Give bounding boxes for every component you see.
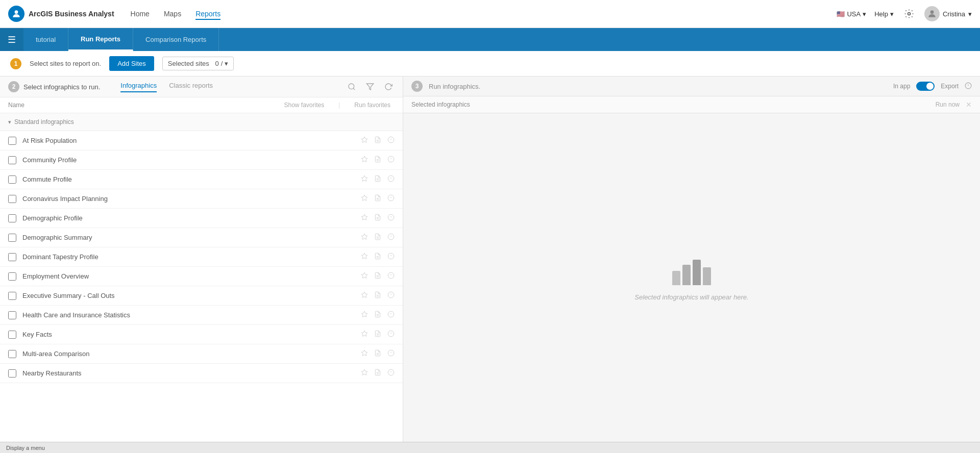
- item-info-icon-5[interactable]: [387, 233, 395, 242]
- user-icon: [927, 9, 937, 19]
- item-checkbox-3[interactable]: [8, 195, 16, 203]
- info-icon: [965, 82, 972, 89]
- item-info-icon-8[interactable]: [387, 291, 395, 300]
- item-star-icon-10[interactable]: [361, 330, 368, 339]
- tab-comparison-reports[interactable]: Comparison Reports: [133, 28, 219, 51]
- step1-text: Select sites to report on.: [30, 60, 101, 67]
- logo-icon: [8, 6, 24, 22]
- item-star-icon-1[interactable]: [361, 156, 368, 164]
- right-panel-header: 3 Run infographics. In app Export: [403, 77, 980, 96]
- menu-toggle-button[interactable]: ☰: [0, 28, 23, 51]
- item-checkbox-8[interactable]: [8, 292, 16, 300]
- item-report-icon-6[interactable]: [374, 253, 381, 261]
- step2-text: Select infographics to run.: [23, 83, 100, 91]
- item-star-icon-9[interactable]: [361, 311, 368, 319]
- item-star-icon-8[interactable]: [361, 291, 368, 300]
- flag-icon: 🇺🇸: [837, 10, 845, 18]
- display-menu-button[interactable]: Display a menu: [6, 445, 45, 451]
- item-checkbox-2[interactable]: [8, 175, 16, 184]
- nav-home[interactable]: Home: [131, 8, 150, 20]
- item-info-icon-0[interactable]: [387, 136, 395, 145]
- item-report-icon-9[interactable]: [374, 311, 381, 319]
- country-selector[interactable]: 🇺🇸 USA ▾: [837, 10, 866, 18]
- section-collapse-icon[interactable]: ▾: [8, 119, 11, 125]
- item-checkbox-11[interactable]: [8, 350, 16, 358]
- item-info-icon-10[interactable]: [387, 330, 395, 339]
- svg-point-0: [15, 10, 18, 14]
- item-info-icon-6[interactable]: [387, 253, 395, 261]
- item-icons-1: [361, 156, 395, 164]
- item-report-icon-12[interactable]: [374, 369, 381, 377]
- in-app-toggle[interactable]: [916, 82, 935, 91]
- item-info-icon-2[interactable]: [387, 175, 395, 184]
- svg-marker-72: [361, 350, 368, 356]
- tab-tutorial[interactable]: tutorial: [23, 28, 68, 51]
- item-report-icon-0[interactable]: [374, 136, 381, 145]
- filter-button[interactable]: [364, 81, 376, 93]
- item-checkbox-7[interactable]: [8, 272, 16, 281]
- nav-reports[interactable]: Reports: [195, 8, 220, 20]
- tab-infographics[interactable]: Infographics: [120, 82, 157, 92]
- selected-infographics-label: Selected infographics: [411, 101, 936, 108]
- selected-sites-dropdown[interactable]: Selected sites 0 / ▾: [162, 57, 234, 70]
- refresh-button[interactable]: [382, 81, 395, 93]
- item-report-icon-5[interactable]: [374, 233, 381, 242]
- item-report-icon-3[interactable]: [374, 194, 381, 203]
- search-button[interactable]: [346, 81, 358, 93]
- settings-button[interactable]: [902, 7, 916, 21]
- item-star-icon-6[interactable]: [361, 253, 368, 261]
- item-report-icon-7[interactable]: [374, 272, 381, 281]
- item-checkbox-5[interactable]: [8, 234, 16, 242]
- export-button[interactable]: Export: [941, 83, 959, 90]
- item-name-10: Key Facts: [22, 331, 361, 338]
- infographics-list: At Risk Population: [0, 131, 403, 442]
- item-checkbox-0[interactable]: [8, 137, 16, 145]
- add-sites-button[interactable]: Add Sites: [109, 56, 154, 71]
- item-report-icon-1[interactable]: [374, 156, 381, 164]
- item-star-icon-2[interactable]: [361, 175, 368, 184]
- info-button[interactable]: [965, 82, 972, 91]
- item-info-icon-1[interactable]: [387, 156, 395, 164]
- in-app-label: In app: [893, 83, 910, 90]
- item-checkbox-4[interactable]: [8, 214, 16, 222]
- tab-run-reports[interactable]: Run Reports: [68, 28, 133, 51]
- nav-maps[interactable]: Maps: [164, 8, 181, 20]
- item-checkbox-10[interactable]: [8, 331, 16, 339]
- help-dropdown-icon: ▾: [890, 10, 894, 18]
- item-star-icon-11[interactable]: [361, 349, 368, 358]
- item-report-icon-4[interactable]: [374, 214, 381, 222]
- item-star-icon-4[interactable]: [361, 214, 368, 222]
- item-info-icon-9[interactable]: [387, 311, 395, 319]
- show-favorites-link[interactable]: Show favorites: [284, 102, 324, 109]
- item-checkbox-6[interactable]: [8, 253, 16, 261]
- item-checkbox-12[interactable]: [8, 369, 16, 377]
- help-label: Help: [874, 10, 888, 18]
- item-info-icon-4[interactable]: [387, 214, 395, 222]
- item-info-icon-3[interactable]: [387, 194, 395, 203]
- item-checkbox-9[interactable]: [8, 311, 16, 319]
- selected-sites-label: Selected sites: [168, 60, 209, 67]
- item-name-11: Multi-area Comparison: [22, 350, 361, 358]
- item-star-icon-3[interactable]: [361, 194, 368, 203]
- item-info-icon-11[interactable]: [387, 349, 395, 358]
- tab-classic-reports[interactable]: Classic reports: [169, 82, 213, 92]
- user-dropdown-icon: ▾: [968, 10, 972, 18]
- help-button[interactable]: Help ▾: [874, 10, 894, 18]
- item-report-icon-2[interactable]: [374, 175, 381, 184]
- item-star-icon-7[interactable]: [361, 272, 368, 281]
- item-info-icon-12[interactable]: [387, 369, 395, 377]
- item-info-icon-7[interactable]: [387, 272, 395, 281]
- list-item: Dominant Tapestry Profile: [0, 247, 403, 267]
- right-column-header: Selected infographics Run now ✕: [403, 96, 980, 113]
- run-favorites-link[interactable]: Run favorites: [354, 102, 390, 109]
- user-menu[interactable]: Cristina ▾: [924, 6, 972, 21]
- close-button[interactable]: ✕: [966, 100, 972, 109]
- empty-state-text: Selected infographics will appear here.: [634, 293, 748, 301]
- item-star-icon-12[interactable]: [361, 369, 368, 377]
- item-star-icon-5[interactable]: [361, 233, 368, 242]
- item-star-icon-0[interactable]: [361, 136, 368, 145]
- item-report-icon-11[interactable]: [374, 349, 381, 358]
- item-report-icon-8[interactable]: [374, 291, 381, 300]
- item-report-icon-10[interactable]: [374, 330, 381, 339]
- item-checkbox-1[interactable]: [8, 156, 16, 164]
